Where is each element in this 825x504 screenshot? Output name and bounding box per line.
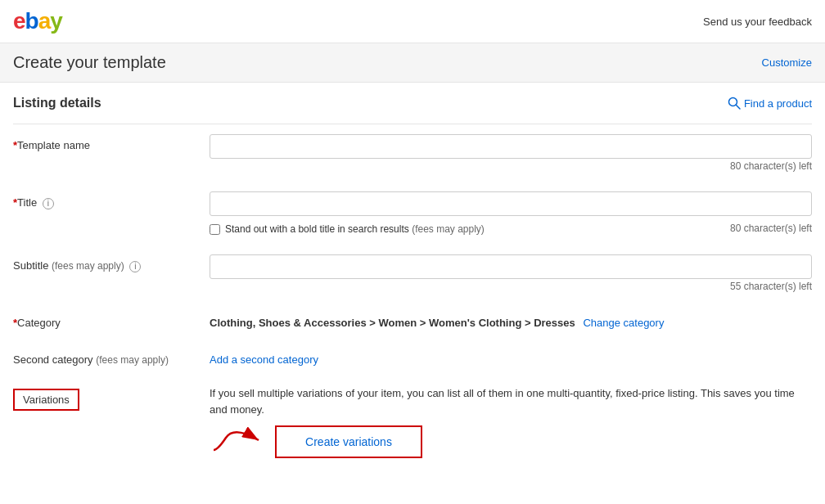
- bold-title-fees: (fees may apply): [412, 223, 485, 235]
- category-value: Clothing, Shoes & Accessories > Women > …: [210, 312, 812, 329]
- subtitle-input[interactable]: [210, 254, 812, 279]
- logo-a: a: [38, 8, 51, 34]
- second-category-label: Second category (fees may apply): [13, 349, 210, 366]
- subtitle-row: Subtitle (fees may apply) i 55 character…: [13, 248, 812, 299]
- second-category-control: Add a second category: [210, 349, 812, 366]
- svg-line-1: [736, 105, 740, 109]
- category-control: Clothing, Shoes & Accessories > Women > …: [210, 312, 812, 329]
- variations-label-box: Variations: [13, 389, 79, 411]
- change-category-link[interactable]: Change category: [583, 317, 664, 329]
- ebay-logo: ebay: [13, 8, 62, 34]
- customize-link[interactable]: Customize: [762, 56, 812, 69]
- subtitle-control: 55 character(s) left: [210, 254, 812, 292]
- second-category-row: Second category (fees may apply) Add a s…: [13, 342, 812, 372]
- template-name-label: *Template name: [13, 134, 210, 151]
- template-name-row: *Template name 80 character(s) left: [13, 128, 812, 178]
- title-row: *Title i Stand out with a bold title in …: [13, 185, 812, 241]
- title-control: Stand out with a bold title in search re…: [210, 191, 812, 235]
- search-icon: [728, 97, 741, 110]
- category-row: *Category Clothing, Shoes & Accessories …: [13, 305, 812, 335]
- section-title: Listing details: [13, 96, 101, 110]
- section-header: Listing details Find a product: [13, 96, 812, 110]
- subtitle-info-icon[interactable]: i: [129, 261, 141, 272]
- divider-1: [13, 124, 812, 124]
- arrow-area: Create variations: [210, 425, 812, 458]
- logo-e: e: [13, 8, 25, 34]
- subtitle-char-count: 55 character(s) left: [210, 281, 812, 292]
- template-name-char-count: 80 character(s) left: [210, 160, 812, 172]
- add-second-category-link[interactable]: Add a second category: [210, 349, 812, 366]
- arrow-icon: [210, 425, 275, 458]
- find-product-link[interactable]: Find a product: [728, 97, 812, 110]
- find-product-label: Find a product: [744, 97, 812, 110]
- subtitle-fees: (fees may apply): [52, 260, 124, 272]
- template-name-control: 80 character(s) left: [210, 134, 812, 172]
- subtitle-label: Subtitle (fees may apply) i: [13, 254, 210, 272]
- second-category-fees: (fees may apply): [96, 354, 169, 366]
- title-char-count: 80 character(s) left: [730, 223, 812, 234]
- feedback-link[interactable]: Send us your feedback: [703, 16, 812, 28]
- header: ebay Send us your feedback: [0, 0, 825, 43]
- logo-b: b: [25, 8, 38, 34]
- page-title: Create your template: [13, 53, 166, 72]
- bold-title-row: Stand out with a bold title in search re…: [210, 223, 485, 235]
- variations-info-text: If you sell multiple variations of your …: [210, 385, 812, 417]
- variations-row: Variations If you sell multiple variatio…: [13, 379, 812, 465]
- page-title-bar: Create your template Customize: [0, 43, 825, 83]
- logo-y: y: [50, 8, 62, 34]
- create-variations-button[interactable]: Create variations: [275, 425, 422, 458]
- title-info-icon[interactable]: i: [43, 198, 54, 209]
- variations-control: If you sell multiple variations of your …: [210, 385, 812, 458]
- title-label: *Title i: [13, 191, 210, 209]
- template-name-input[interactable]: [210, 134, 812, 159]
- variations-label-area: Variations: [13, 385, 210, 411]
- category-label: *Category: [13, 312, 210, 329]
- title-input[interactable]: [210, 191, 812, 216]
- bold-title-label: Stand out with a bold title in search re…: [225, 223, 485, 235]
- bold-title-checkbox[interactable]: [210, 224, 220, 235]
- main-content: Listing details Find a product *Template…: [0, 83, 825, 484]
